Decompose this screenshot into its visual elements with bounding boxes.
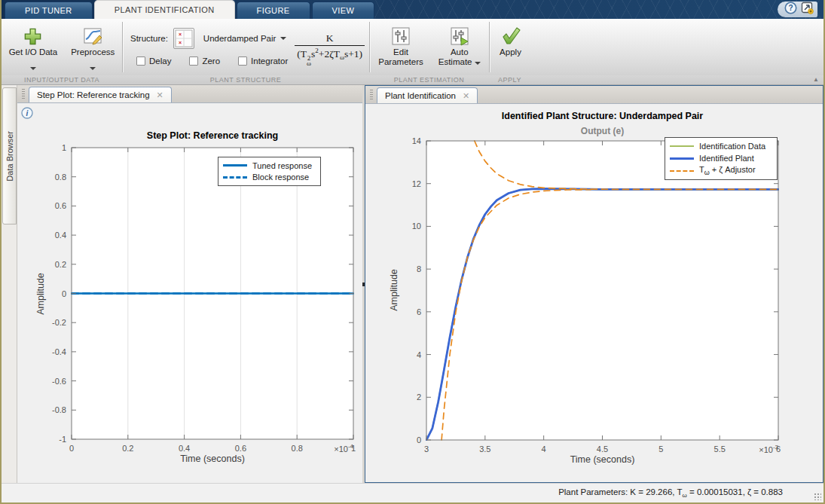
structure-label: Structure: <box>130 34 168 43</box>
collapse-ribbon-icon[interactable]: ▲ <box>813 75 819 84</box>
legend-line-sample <box>223 164 247 166</box>
close-icon[interactable]: ✕ <box>157 91 163 99</box>
edit-parameters-button[interactable]: EditParameters <box>374 23 426 75</box>
tab-label: PID TUNER <box>25 6 72 15</box>
delay-label: Delay <box>149 57 171 66</box>
plus-icon <box>23 25 43 47</box>
main-area: Data Browser Step Plot: Reference tracki… <box>2 85 823 483</box>
auto-label-2: Estimate <box>438 57 472 66</box>
legend-entry: Tω + ζ Adjustor <box>670 165 772 177</box>
y-tick-label: -0.2 <box>52 318 66 327</box>
plant-structure-group: Structure: ×× Underdamped Pair Delay Zer… <box>123 19 369 75</box>
identification-plot-legend[interactable]: Identification Data Identified Plant Tω … <box>665 137 778 180</box>
x-axis-label: Time (seconds) <box>426 454 778 465</box>
step-plot-legend[interactable]: Tuned response Block response <box>218 157 321 186</box>
x-tick-label: 0.2 <box>122 444 133 453</box>
y-tick-label: 12 <box>412 179 421 188</box>
integrator-checkbox[interactable]: Integrator <box>238 57 288 66</box>
get-io-data-button[interactable]: Get I/O Data <box>5 23 62 75</box>
step-plot-tabbar: Step Plot: Reference tracking ✕ <box>17 85 362 103</box>
chevron-down-icon <box>30 67 36 70</box>
checkbox-box <box>189 57 198 66</box>
svg-text:?: ? <box>788 4 793 12</box>
y-tick-label: 0.8 <box>55 173 66 182</box>
chevron-down-icon <box>90 67 96 70</box>
preprocess-button[interactable]: Preprocess <box>67 23 118 75</box>
plant-identification-tabbar: Plant Identification ✕ <box>365 86 823 104</box>
pole-zero-map-icon[interactable]: ×× <box>173 28 194 49</box>
y-tick-label: -0.6 <box>52 377 66 386</box>
delay-checkbox[interactable]: Delay <box>136 57 171 66</box>
tab-plant-identification[interactable]: PLANT IDENTIFICATION <box>94 0 235 19</box>
ribbon-toolbar: Get I/O Data Preprocess Structure: ×× <box>2 19 823 75</box>
svg-text:×: × <box>179 32 182 37</box>
legend-line-sample <box>670 145 694 147</box>
edit-label-1: Edit <box>393 47 408 57</box>
input-output-data-group: Get I/O Data Preprocess <box>2 19 122 75</box>
x-tick-label: 0.4 <box>179 444 190 453</box>
plant-identification-figure: Identified Plant Structure: Underdamped … <box>365 104 823 482</box>
drag-handle[interactable] <box>21 89 26 100</box>
data-browser-label: Data Browser <box>5 131 14 182</box>
apply-button[interactable]: Apply <box>496 23 525 75</box>
y-tick-label: 8 <box>417 264 421 273</box>
legend-label: Identification Data <box>699 142 765 151</box>
data-browser-strip: Data Browser <box>2 85 17 483</box>
zero-checkbox[interactable]: Zero <box>189 57 220 66</box>
help-icon[interactable]: ? <box>784 2 797 17</box>
legend-entry: Tuned response <box>223 160 316 172</box>
section-input-output-data: INPUT/OUTPUT DATA <box>2 75 122 84</box>
sliders-icon <box>391 25 411 47</box>
y-tick-label: 0.4 <box>55 231 66 240</box>
structure-dropdown[interactable]: Underdamped Pair <box>200 31 291 46</box>
plant-formula: K (T2ωs2+2ζTωs+1) <box>290 23 369 75</box>
checkbox-box <box>136 57 145 66</box>
status-bar: Plant Parameters: K = 29.266, Tω = 0.000… <box>2 483 823 502</box>
auto-estimate-icon <box>450 25 469 47</box>
y-tick-label: 14 <box>412 136 421 145</box>
apply-label: Apply <box>500 47 521 57</box>
y-tick-label: -0.4 <box>52 347 66 356</box>
x-tick-label: 5 <box>658 444 663 454</box>
legend-entry: Identification Data <box>670 140 772 152</box>
y-tick-label: 0 <box>417 435 421 444</box>
y-tick-label: 0.6 <box>55 201 66 210</box>
x-tick-label: 4.5 <box>597 444 608 454</box>
x-tick-label: 4 <box>542 444 546 454</box>
tab-view[interactable]: VIEW <box>312 2 375 19</box>
preprocess-icon <box>83 25 103 47</box>
step-plot-tab-label: Step Plot: Reference tracking <box>37 90 150 99</box>
y-tick-label: 10 <box>412 221 421 231</box>
splitter-knob <box>362 283 365 286</box>
y-tick-label: -1 <box>59 435 66 444</box>
quick-access-bar: ? <box>778 2 817 17</box>
popout-icon[interactable] <box>801 2 814 17</box>
step-plot-figure: i Step Plot: Reference tracking 00.20.40… <box>17 103 362 483</box>
step-plot-tab[interactable]: Step Plot: Reference tracking ✕ <box>29 87 172 102</box>
svg-text:×: × <box>179 40 182 45</box>
tab-pid-tuner[interactable]: PID TUNER <box>5 2 93 19</box>
panel-splitter[interactable] <box>362 85 365 483</box>
legend-label: Identified Plant <box>699 154 754 163</box>
auto-estimate-button[interactable]: AutoEstimate <box>435 23 484 75</box>
plant-identification-tab[interactable]: Plant Identification ✕ <box>377 87 478 103</box>
preprocess-label: Preprocess <box>71 47 115 57</box>
resize-grip[interactable] <box>814 493 821 500</box>
section-plant-structure: PLANT STRUCTURE <box>122 75 369 84</box>
integrator-label: Integrator <box>251 57 288 66</box>
close-icon[interactable]: ✕ <box>463 92 469 100</box>
tab-label: PLANT IDENTIFICATION <box>115 5 215 14</box>
zero-label: Zero <box>202 57 220 66</box>
auto-label-1: Auto <box>451 47 469 57</box>
data-browser-tab[interactable]: Data Browser <box>2 87 17 225</box>
legend-line-sample <box>670 157 694 160</box>
y-axis-label: Amplitude <box>389 269 399 311</box>
apply-group: Apply <box>490 19 531 75</box>
tab-label: VIEW <box>332 6 355 15</box>
chevron-down-icon <box>280 37 286 40</box>
x-tick-label: 3.5 <box>479 444 490 454</box>
drag-handle[interactable] <box>369 90 374 101</box>
toolstrip-tab-bar: PID TUNER PLANT IDENTIFICATION FIGURE VI… <box>2 0 823 19</box>
tab-figure[interactable]: FIGURE <box>237 2 310 19</box>
pid-tuner-window: PID TUNER PLANT IDENTIFICATION FIGURE VI… <box>0 0 825 504</box>
